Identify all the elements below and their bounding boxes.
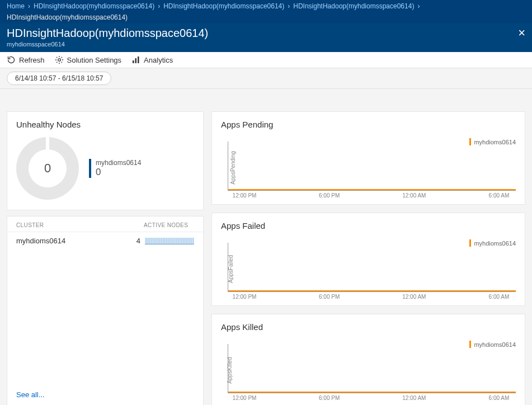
time-range-bar: 6/14/18 10:57 - 6/15/18 10:57: [0, 68, 532, 89]
x-tick: 12:00 PM: [228, 192, 261, 199]
svg-point-0: [58, 59, 60, 62]
chevron-right-icon: ›: [288, 2, 290, 10]
analytics-icon: [131, 55, 140, 64]
breadcrumb-current: HDInsightHadoop(myhdiomsspace0614): [7, 13, 128, 21]
chevron-right-icon: ›: [158, 2, 160, 10]
time-range-picker[interactable]: 6/14/18 10:57 - 6/15/18 10:57: [7, 72, 111, 85]
breadcrumb-link[interactable]: Home: [7, 2, 25, 10]
dashboard-content: Unhealthy Nodes 0 myhdioms0614 0: [0, 89, 532, 405]
solution-settings-button[interactable]: Solution Settings: [55, 55, 122, 64]
x-axis-ticks: 12:00 PM 6:00 PM 12:00 AM 6:00 AM: [228, 191, 516, 199]
page-subtitle: myhdiomsspace0614: [7, 41, 208, 48]
x-tick: 6:00 PM: [313, 192, 346, 199]
x-tick: 6:00 AM: [482, 294, 516, 300]
refresh-label: Refresh: [19, 56, 45, 64]
page-title: HDInsightHadoop(myhdiomsspace0614): [7, 27, 208, 40]
apps-killed-card[interactable]: Apps Killed myhdioms0614 AppsKilled 12:0…: [211, 314, 525, 405]
svg-rect-3: [138, 56, 139, 63]
col-active-nodes: ACTIVE NODES: [144, 222, 194, 228]
breadcrumb-bar: Home› HDInsightHadoop(myhdiomsspace0614)…: [0, 0, 532, 23]
chart-line: [228, 189, 516, 190]
refresh-button[interactable]: Refresh: [7, 55, 45, 64]
apps-killed-chart: myhdioms0614 AppsKilled 12:00 PM 6:00 PM…: [212, 334, 525, 405]
close-icon[interactable]: ×: [518, 27, 525, 39]
breadcrumb-link[interactable]: HDInsightHadoop(myhdiomsspace0614): [34, 2, 154, 10]
cell-active-nodes: 4: [134, 237, 145, 245]
breadcrumb-link[interactable]: HDInsightHadoop(myhdiomsspace0614): [293, 2, 414, 10]
card-title: Unhealthy Nodes: [7, 112, 203, 131]
x-tick: 12:00 AM: [397, 395, 431, 401]
x-tick: 12:00 PM: [228, 294, 261, 300]
apps-failed-card[interactable]: Apps Failed myhdioms0614 AppsFailed 12:0…: [211, 213, 525, 306]
donut-total: 0: [16, 137, 79, 200]
x-tick: 12:00 AM: [397, 294, 431, 300]
refresh-icon: [7, 55, 16, 64]
col-cluster: CLUSTER: [16, 222, 144, 228]
breadcrumb-link[interactable]: HDInsightHadoop(myhdiomsspace0614): [163, 2, 284, 10]
cell-cluster-name: myhdioms0614: [16, 237, 134, 245]
chart-line: [228, 392, 516, 393]
x-tick: 12:00 AM: [397, 192, 431, 199]
card-title: Apps Failed: [212, 213, 525, 233]
sparkline: [145, 238, 194, 244]
x-tick: 12:00 PM: [228, 395, 261, 401]
x-tick: 6:00 PM: [313, 395, 346, 401]
svg-rect-2: [135, 58, 137, 63]
unhealthy-nodes-card[interactable]: Unhealthy Nodes 0 myhdioms0614 0: [7, 111, 204, 210]
card-title: Apps Killed: [212, 314, 525, 334]
apps-pending-card[interactable]: Apps Pending myhdioms0614 AppsPending 12…: [211, 111, 525, 205]
x-axis-ticks: 12:00 PM 6:00 PM 12:00 AM 6:00 AM: [228, 292, 516, 300]
title-bar: HDInsightHadoop(myhdiomsspace0614) myhdi…: [0, 23, 532, 52]
settings-label: Solution Settings: [67, 56, 122, 64]
gear-icon: [55, 55, 64, 64]
chevron-right-icon: ›: [417, 2, 420, 10]
chevron-right-icon: ›: [28, 2, 30, 10]
svg-rect-1: [133, 60, 134, 63]
cluster-table-card: CLUSTER ACTIVE NODES myhdioms0614 4 See …: [7, 216, 204, 405]
apps-failed-chart: myhdioms0614 AppsFailed 12:00 PM 6:00 PM…: [212, 233, 525, 305]
toolbar: Refresh Solution Settings Analytics: [0, 52, 532, 68]
x-axis-ticks: 12:00 PM 6:00 PM 12:00 AM 6:00 AM: [228, 393, 516, 401]
apps-pending-chart: myhdioms0614 AppsPending 12:00 PM 6:00 P…: [212, 131, 525, 204]
see-all-container: See all...: [7, 383, 203, 405]
legend-value: 0: [96, 167, 141, 178]
legend-swatch: [89, 159, 91, 178]
x-tick: 6:00 AM: [482, 192, 516, 199]
analytics-button[interactable]: Analytics: [131, 55, 173, 64]
legend-name: myhdioms0614: [96, 159, 141, 167]
analytics-label: Analytics: [144, 56, 173, 64]
table-header: CLUSTER ACTIVE NODES: [7, 216, 203, 232]
chart-line: [228, 290, 516, 291]
table-row[interactable]: myhdioms0614 4: [7, 232, 203, 249]
card-title: Apps Pending: [212, 112, 525, 131]
donut-legend: myhdioms0614 0: [89, 159, 141, 178]
donut-chart: 0: [16, 137, 79, 200]
x-tick: 6:00 PM: [313, 294, 346, 300]
x-tick: 6:00 AM: [482, 395, 516, 401]
see-all-link[interactable]: See all...: [16, 390, 45, 399]
